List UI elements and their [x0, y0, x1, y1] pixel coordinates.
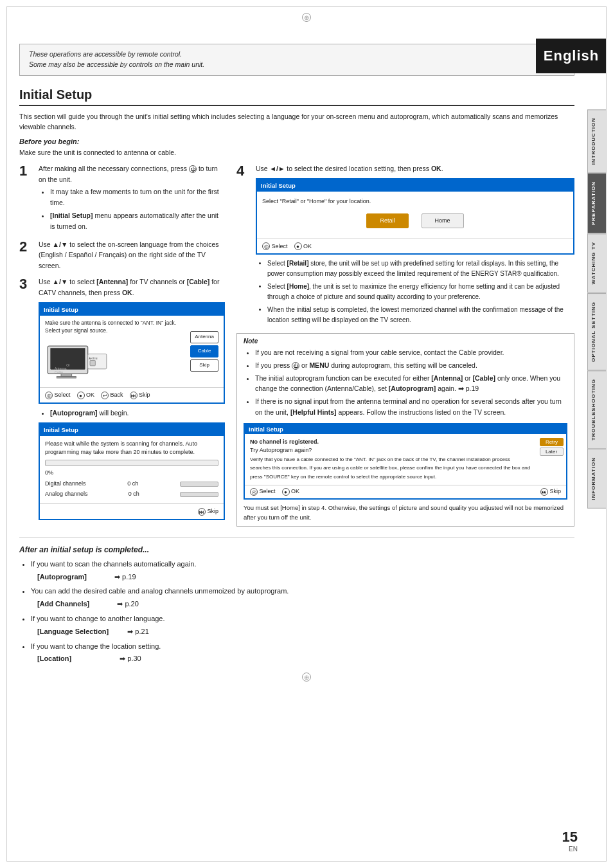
note-bullet-2: If you press ⏻ or MENU during autoprogra…	[255, 360, 567, 371]
note-bullet-3: The initial autoprogram function can be …	[255, 373, 567, 395]
after-bullet-4: If you want to change the location setti…	[31, 640, 574, 666]
page-number-area: 15 EN	[562, 829, 578, 853]
svg-rect-3	[57, 376, 76, 378]
error-footer-ok: ● OK	[282, 488, 300, 496]
autoprogram-dialog-body: Please wait while the system is scanning…	[40, 436, 224, 504]
main-content: These operations are accessible by remot…	[13, 44, 581, 665]
autoprogram-bullet: [Autoprogram] will begin.	[50, 408, 225, 419]
after-bullet-2: You can add the desired cable and analog…	[31, 585, 574, 611]
reg-mark-top: ⊕	[302, 13, 311, 22]
power-icon: ⏻	[189, 165, 197, 173]
location-dialog-footer: ◎ Select ● OK	[257, 239, 573, 253]
err-ok-icon: ●	[282, 488, 290, 496]
error-dialog-title: Initial Setup	[245, 424, 566, 434]
autoprogram-dialog-title: Initial Setup	[40, 424, 224, 436]
step-2-num: 2	[19, 239, 39, 255]
page-suffix: EN	[562, 845, 578, 853]
after-bullet-3: If you want to change to another languag…	[31, 613, 574, 638]
note-bullet-1: If you are not receiving a signal from y…	[255, 347, 567, 358]
error-dialog-footer: ◎ Select ● OK ⏭ Skip	[245, 485, 566, 498]
after-section: After an initial setup is completed... I…	[19, 545, 574, 665]
location-buttons: Retail Home	[262, 213, 568, 228]
after-addchannels-ref: ➡ p.20	[117, 600, 138, 608]
step-1: 1 After making all the necessary connect…	[19, 163, 225, 234]
before-begin-heading: Before you begin:	[19, 138, 574, 145]
after-bullets: If you want to scan the channels automat…	[19, 558, 574, 665]
error-footer-select: ◎ Select	[250, 488, 276, 496]
analog-channels-row: Analog channels 0 ch	[45, 490, 218, 499]
note-box-line2: Some may also be accessible by controls …	[29, 60, 204, 68]
skip-btn[interactable]: Skip	[190, 359, 218, 372]
side-tabs: INTRODUCTION PREPARATION WATCHING TV OPT…	[587, 109, 607, 509]
location-dialog-title: Initial Setup	[257, 179, 573, 192]
error-dialog-inner: No channel is registered. Try Autoprogra…	[245, 434, 566, 485]
location-footer-select: ◎ Select	[262, 242, 288, 251]
error-no-channel: No channel is registered.	[250, 439, 319, 445]
step-3-dialog-footer: ◎ Select ● OK ↩ Back ⏭ Skip	[40, 387, 224, 402]
step-3-footer-skip: ⏭ Skip	[130, 390, 150, 399]
autoprogram-skip-btn[interactable]: ⏭ Skip	[198, 507, 218, 516]
back-icon: ↩	[101, 392, 109, 399]
step-4-num: 4	[236, 163, 256, 179]
step-2-content: Use ▲/▼ to select the on-screen language…	[39, 239, 225, 271]
svg-rect-6	[90, 360, 95, 365]
tab-introduction[interactable]: INTRODUCTION	[587, 109, 607, 173]
later-btn[interactable]: Later	[540, 448, 564, 456]
error-footer-skip: ⏭ Skip	[540, 488, 561, 496]
step-1-bullets: It may take a few moments to turn on the…	[39, 186, 225, 231]
home-btn[interactable]: Home	[422, 213, 464, 228]
step-4-bullet-3: When the initial setup is completed, the…	[267, 305, 574, 325]
tab-information[interactable]: INFORMATION	[587, 449, 607, 509]
skip-icon: ⏭	[130, 392, 138, 399]
step-3-dialog-body: Make sure the antenna is connected to "A…	[40, 316, 224, 388]
note-box: These operations are accessible by remot…	[19, 44, 574, 76]
step-4: 4 Use ◄/► to select the desired location…	[236, 163, 574, 328]
analog-channel-bar	[180, 492, 218, 497]
error-try-again: Try Autoprogram again?	[250, 447, 312, 453]
error-details: Verify that you have a cable connected t…	[250, 457, 530, 480]
retail-btn[interactable]: Retail	[366, 213, 408, 228]
after-language-label: [Language Selection]	[37, 628, 109, 635]
step-3-footer-select: ◎ Select	[45, 390, 71, 399]
after-title: After an initial setup is completed...	[19, 545, 574, 554]
after-location-ref: ➡ p.30	[120, 655, 141, 662]
step-3: 3 Use ▲/▼ to select [Antenna] for TV cha…	[19, 276, 225, 524]
digital-channels-count: 0 ch	[127, 480, 138, 489]
tab-watching-tv[interactable]: WATCHING TV	[587, 233, 607, 293]
step-4-bullets: Select [Retail] store, the unit will be …	[256, 258, 574, 325]
tab-troubleshooting[interactable]: TROUBLESHOOTING	[587, 370, 607, 449]
two-col-layout: 1 After making all the necessary connect…	[19, 163, 574, 532]
location-footer-ok: ● OK	[294, 242, 312, 251]
tab-preparation[interactable]: PREPARATION	[587, 173, 607, 233]
analog-channels-label: Analog channels	[45, 490, 88, 499]
location-dialog-body: Select "Retail" or "Home" for your locat…	[257, 192, 573, 239]
cable-btn[interactable]: Cable	[190, 345, 218, 357]
step-1-content: After making all the necessary connectio…	[39, 163, 225, 234]
autoprogram-skip-icon: ⏭	[198, 508, 206, 516]
loc-select-icon: ◎	[262, 242, 270, 250]
section-title: Initial Setup	[19, 87, 574, 106]
step-4-bullet-1: Select [Retail] store, the unit will be …	[267, 258, 574, 279]
power-icon-2: ⏻	[292, 362, 299, 370]
step-2: 2 Use ▲/▼ to select the on-screen langua…	[19, 239, 225, 271]
step-3-dialog-title: Initial Setup	[40, 303, 224, 316]
intro-text: This section will guide you through the …	[19, 111, 574, 133]
note-section: Note If you are not receiving a signal f…	[236, 333, 574, 527]
after-location-label: [Location]	[37, 655, 71, 662]
digital-channels-label: Digital channels	[45, 480, 86, 489]
select-icon: ◎	[45, 392, 53, 399]
tab-optional-setting[interactable]: OPTIONAL SETTING	[587, 293, 607, 370]
step-3-diagram: Initial Setup Make sure the antenna is c…	[39, 302, 225, 404]
err-skip-icon: ⏭	[540, 488, 548, 496]
location-dialog-line: Select "Retail" or "Home" for your locat…	[262, 197, 568, 206]
autoprogram-bullets: [Autoprogram] will begin.	[39, 408, 225, 419]
autoprogram-dialog-text: Please wait while the system is scanning…	[45, 440, 218, 457]
autoprogram-dialog: Initial Setup Please wait while the syst…	[39, 422, 225, 520]
retry-btn[interactable]: Retry	[540, 438, 564, 446]
step-3-content: Use ▲/▼ to select [Antenna] for TV chann…	[39, 276, 225, 524]
before-begin-text: Make sure the unit is connected to anten…	[19, 147, 574, 158]
analog-channels-count: 0 ch	[129, 490, 139, 499]
digital-channels-row: Digital channels 0 ch	[45, 480, 218, 489]
step-3-dialog-buttons: Antenna Cable Skip	[190, 331, 218, 371]
antenna-btn[interactable]: Antenna	[190, 331, 218, 343]
